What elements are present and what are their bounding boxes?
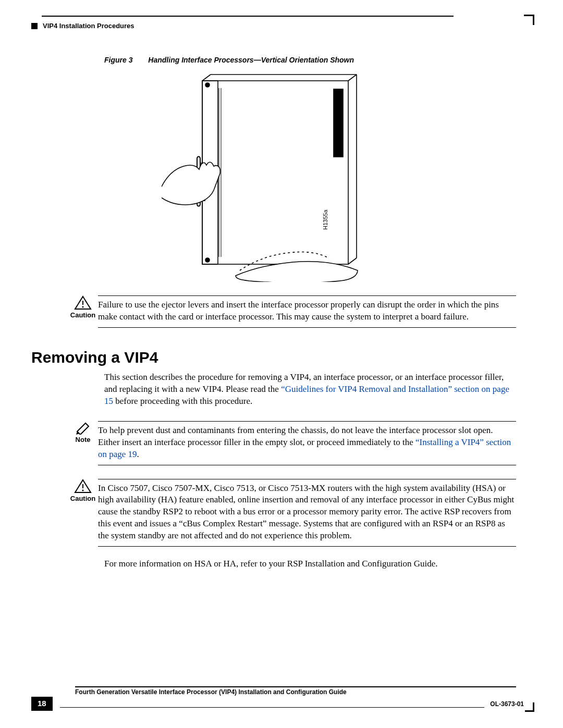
svg-line-2 [202, 75, 211, 81]
crop-mark-bottom-right [525, 702, 534, 712]
caution-icon [68, 295, 98, 310]
document-number: OL-3673-01 [490, 700, 524, 708]
header-square-icon [31, 23, 38, 29]
page-number: 18 [31, 697, 53, 711]
caution-label: Caution [68, 311, 98, 319]
figure-label: Figure 3 [104, 56, 132, 64]
svg-point-16 [82, 306, 83, 307]
svg-line-6 [348, 258, 357, 264]
caution-text: In Cisco 7507, Cisco 7507-MX, Cisco 7513… [98, 479, 516, 547]
figure-illustration: H1355a [162, 73, 381, 282]
svg-text:H1355a: H1355a [322, 209, 328, 230]
svg-point-8 [205, 258, 210, 262]
note-label: Note [68, 436, 98, 443]
caution-label: Caution [68, 495, 98, 502]
figure-caption-text: Handling Interface Processors—Vertical O… [148, 56, 354, 64]
note-body: To help prevent dust and contaminants fr… [98, 421, 516, 465]
svg-point-18 [82, 489, 83, 491]
figure-caption: Figure 3 Handling Interface Processors—V… [104, 56, 534, 64]
intro-paragraph: This section describes the procedure for… [104, 372, 516, 408]
header-rule [42, 16, 454, 17]
intro-post: before proceeding with this procedure. [113, 396, 252, 406]
crop-mark-top-right [524, 15, 534, 25]
footer-underline [60, 700, 484, 708]
footer-title: Fourth Generation Versatile Interface Pr… [75, 688, 534, 696]
running-header: VIP4 Installation Procedures [31, 22, 534, 30]
note-post: . [137, 449, 139, 459]
note-icon [68, 421, 98, 435]
page-footer: Fourth Generation Versatile Interface Pr… [31, 686, 534, 711]
running-header-text: VIP4 Installation Procedures [43, 22, 134, 30]
svg-rect-9 [334, 89, 343, 157]
svg-line-3 [348, 75, 357, 81]
section-heading: Removing a VIP4 [31, 349, 534, 366]
svg-point-7 [205, 83, 210, 87]
moreinfo-paragraph: For more information on HSA or HA, refer… [104, 558, 516, 570]
caution-icon [68, 479, 98, 493]
caution-text: Failure to use the ejector levers and in… [98, 295, 516, 328]
svg-rect-0 [202, 81, 348, 264]
